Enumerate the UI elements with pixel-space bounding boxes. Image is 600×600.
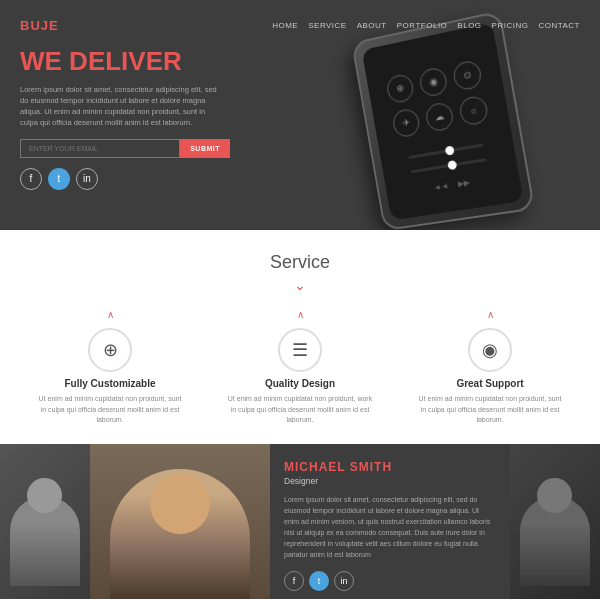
- nav-links: HOME SERVICE ABOUT PORTFOLIO BLOG PRICIN…: [272, 21, 580, 30]
- service-section: Service ⌄ ∧ ⊕ Fully Customizable Ut enim…: [0, 230, 600, 444]
- service-desc-2: Ut enim ad minim cupidatat non proidunt,…: [415, 394, 565, 426]
- service-indicator-2: ∧: [487, 309, 494, 320]
- main-nav: BUJE HOME SERVICE ABOUT PORTFOLIO BLOG P…: [20, 18, 580, 33]
- facebook-icon[interactable]: f: [20, 168, 42, 190]
- service-name-1: Quality Design: [265, 378, 335, 389]
- testimonial-section: MICHAEL SMITH Designer Lorem ipsum dolor…: [0, 444, 600, 599]
- person-photo: [110, 469, 250, 599]
- testimonial-right-avatar: [510, 444, 600, 599]
- service-title: Service: [20, 252, 580, 273]
- testimonial-role: Designer: [284, 476, 496, 486]
- nav-about[interactable]: ABOUT: [357, 21, 387, 30]
- nav-pricing[interactable]: PRICING: [492, 21, 529, 30]
- hero-title: WE DELIVER: [20, 47, 580, 76]
- service-item-0: ∧ ⊕ Fully Customizable Ut enim ad minim …: [20, 309, 200, 426]
- nav-contact[interactable]: CONTACT: [538, 21, 580, 30]
- service-item-2: ∧ ◉ Great Support Ut enim ad minim cupid…: [400, 309, 580, 426]
- testimonial-social: f t in: [284, 571, 496, 591]
- test-linkedin-icon[interactable]: in: [334, 571, 354, 591]
- hero-social-icons: f t in: [20, 168, 580, 190]
- right-avatar-silhouette: [520, 496, 590, 586]
- testimonial-left-avatar: [0, 444, 90, 599]
- twitter-icon[interactable]: t: [48, 168, 70, 190]
- service-name-2: Great Support: [456, 378, 523, 389]
- person-head: [150, 474, 210, 534]
- service-icon-support: ◉: [468, 328, 512, 372]
- service-indicator-1: ∧: [297, 309, 304, 320]
- service-icon-design: ☰: [278, 328, 322, 372]
- service-desc-1: Ut enim ad minim cupidatat non proidunt,…: [225, 394, 375, 426]
- section-divider: ⌄: [20, 277, 580, 293]
- logo[interactable]: BUJE: [20, 18, 59, 33]
- nav-blog[interactable]: BLOG: [457, 21, 481, 30]
- linkedin-icon[interactable]: in: [76, 168, 98, 190]
- service-indicator-0: ∧: [107, 309, 114, 320]
- test-facebook-icon[interactable]: f: [284, 571, 304, 591]
- nav-service[interactable]: SERVICE: [308, 21, 346, 30]
- testimonial-name: MICHAEL SMITH: [284, 460, 496, 474]
- service-name-0: Fully Customizable: [64, 378, 155, 389]
- test-twitter-icon[interactable]: t: [309, 571, 329, 591]
- email-form: SUBMIT: [20, 139, 230, 158]
- testimonial-description: Lorem ipsum dolor sit amet, consectetur …: [284, 494, 496, 561]
- services-grid: ∧ ⊕ Fully Customizable Ut enim ad minim …: [20, 309, 580, 426]
- left-avatar-silhouette: [10, 496, 80, 586]
- testimonial-content: MICHAEL SMITH Designer Lorem ipsum dolor…: [270, 444, 510, 599]
- hero-section: BUJE HOME SERVICE ABOUT PORTFOLIO BLOG P…: [0, 0, 600, 230]
- service-desc-0: Ut enim ad minim cupidatat non proidunt,…: [35, 394, 185, 426]
- nav-home[interactable]: HOME: [272, 21, 298, 30]
- service-icon-customizable: ⊕: [88, 328, 132, 372]
- email-input[interactable]: [20, 139, 180, 158]
- submit-button[interactable]: SUBMIT: [180, 139, 230, 158]
- nav-portfolio[interactable]: PORTFOLIO: [397, 21, 448, 30]
- testimonial-center-photo: [90, 444, 270, 599]
- right-avatar-head: [537, 478, 572, 513]
- left-avatar-head: [27, 478, 62, 513]
- hero-description: Lorem ipsum dolor sit amet, consectetur …: [20, 84, 220, 129]
- service-item-1: ∧ ☰ Quality Design Ut enim ad minim cupi…: [210, 309, 390, 426]
